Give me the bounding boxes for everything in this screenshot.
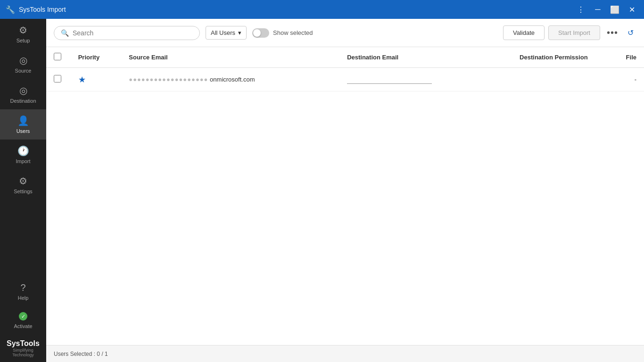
title-bar: 🔧 SysTools Import ⋮ ─ ⬜ ✕ [0, 0, 644, 19]
source-email-domain: onmicrosoft.com [210, 76, 255, 83]
sidebar-item-setup[interactable]: ⚙ Setup [0, 19, 46, 49]
sidebar-item-source[interactable]: ◎ Source [0, 49, 46, 79]
header-file: File [603, 47, 644, 68]
sidebar-label-destination: Destination [10, 98, 36, 104]
close-button[interactable]: ✕ [625, 3, 638, 16]
table-body: ★ ●●●●●●●●●●●●●●●●●●● onmicrosoft.com [46, 68, 644, 91]
toggle-knob [253, 29, 261, 37]
source-icon: ◎ [19, 55, 27, 66]
brand-name: SysTools [2, 339, 44, 348]
row-source-email-cell: ●●●●●●●●●●●●●●●●●●● onmicrosoft.com [121, 68, 339, 91]
users-selected-label: Users Selected : 0 / 1 [54, 351, 108, 357]
sidebar-item-settings[interactable]: ⚙ Settings [0, 170, 46, 200]
sidebar-label-source: Source [15, 68, 32, 74]
refresh-button[interactable]: ↺ [625, 26, 636, 39]
settings-icon: ⚙ [19, 175, 27, 187]
file-value: - [635, 76, 636, 83]
sidebar-item-activate[interactable]: ✓ Activate [0, 306, 46, 335]
toolbar: 🔍 All Users ▾ Show selected Validate Sta… [46, 19, 644, 47]
users-icon: 👤 [17, 115, 29, 126]
sidebar-label-import: Import [16, 158, 30, 164]
sidebar-label-users: Users [17, 128, 30, 134]
source-email-blurred: ●●●●●●●●●●●●●●●●●●● [129, 76, 208, 83]
chevron-down-icon: ▾ [238, 29, 241, 36]
destination-icon: ◎ [19, 85, 27, 96]
sidebar: ⚙ Setup ◎ Source ◎ Destination 👤 Users 🕐… [0, 19, 46, 362]
brand-tagline: Simplifying Technology [2, 348, 44, 357]
maximize-button[interactable]: ⬜ [608, 3, 621, 16]
menu-button[interactable]: ⋮ [574, 3, 587, 16]
show-selected-label: Show selected [273, 29, 313, 36]
app-layout: ⚙ Setup ◎ Source ◎ Destination 👤 Users 🕐… [0, 19, 644, 362]
minimize-button[interactable]: ─ [591, 3, 604, 16]
app-icon: 🔧 [6, 5, 15, 14]
title-bar-controls: ⋮ ─ ⬜ ✕ [574, 3, 638, 16]
sidebar-item-help[interactable]: ? Help [0, 277, 46, 306]
more-options-button[interactable]: ••• [604, 25, 621, 40]
validate-button[interactable]: Validate [503, 25, 545, 40]
header-checkbox-col [46, 47, 71, 68]
sidebar-label-settings: Settings [14, 189, 33, 194]
header-priority: Priority [71, 47, 122, 68]
table-row: ★ ●●●●●●●●●●●●●●●●●●● onmicrosoft.com [46, 68, 644, 91]
sidebar-label-setup: Setup [17, 38, 30, 43]
start-import-button[interactable]: Start Import [548, 25, 600, 40]
sidebar-item-destination[interactable]: ◎ Destination [0, 79, 46, 109]
search-box[interactable]: 🔍 [54, 26, 200, 40]
sidebar-label-help: Help [18, 295, 29, 301]
table-header: Priority Source Email Destination Email … [46, 47, 644, 68]
header-destination-email: Destination Email [339, 47, 512, 68]
help-icon: ? [20, 282, 25, 293]
row-checkbox-cell [46, 68, 71, 91]
row-checkbox[interactable] [54, 75, 61, 82]
setup-icon: ⚙ [19, 25, 27, 36]
sidebar-brand: SysTools Simplifying Technology [0, 335, 46, 362]
table-wrapper: Priority Source Email Destination Email … [46, 47, 644, 345]
toolbar-right: Validate Start Import ••• ↺ [503, 25, 636, 40]
search-icon: 🔍 [61, 29, 69, 37]
import-icon: 🕐 [17, 145, 29, 156]
row-destination-permission-cell [512, 68, 603, 91]
activate-check-icon: ✓ [19, 312, 27, 321]
destination-email-input[interactable] [347, 74, 432, 84]
title-bar-left: 🔧 SysTools Import [6, 5, 66, 14]
search-input[interactable] [73, 29, 193, 37]
sidebar-item-import[interactable]: 🕐 Import [0, 140, 46, 170]
sidebar-item-users[interactable]: 👤 Users [0, 109, 46, 140]
header-source-email: Source Email [121, 47, 339, 68]
priority-star-icon[interactable]: ★ [78, 75, 86, 84]
row-priority-cell: ★ [71, 68, 122, 91]
show-selected-toggle[interactable] [252, 28, 269, 38]
status-bar: Users Selected : 0 / 1 [46, 345, 644, 362]
app-title: SysTools Import [19, 6, 66, 13]
user-filter-dropdown[interactable]: All Users ▾ [206, 26, 247, 40]
row-destination-email-cell[interactable] [339, 68, 512, 91]
users-table: Priority Source Email Destination Email … [46, 47, 644, 91]
row-file-cell: - [603, 68, 644, 91]
select-all-checkbox[interactable] [54, 53, 61, 60]
sidebar-bottom: ? Help ✓ Activate SysTools Simplifying T… [0, 277, 46, 362]
filter-value: All Users [211, 29, 235, 36]
show-selected-wrapper: Show selected [252, 28, 313, 38]
sidebar-label-activate: Activate [14, 323, 32, 329]
header-destination-permission: Destination Permission [512, 47, 603, 68]
main-content: 🔍 All Users ▾ Show selected Validate Sta… [46, 19, 644, 362]
